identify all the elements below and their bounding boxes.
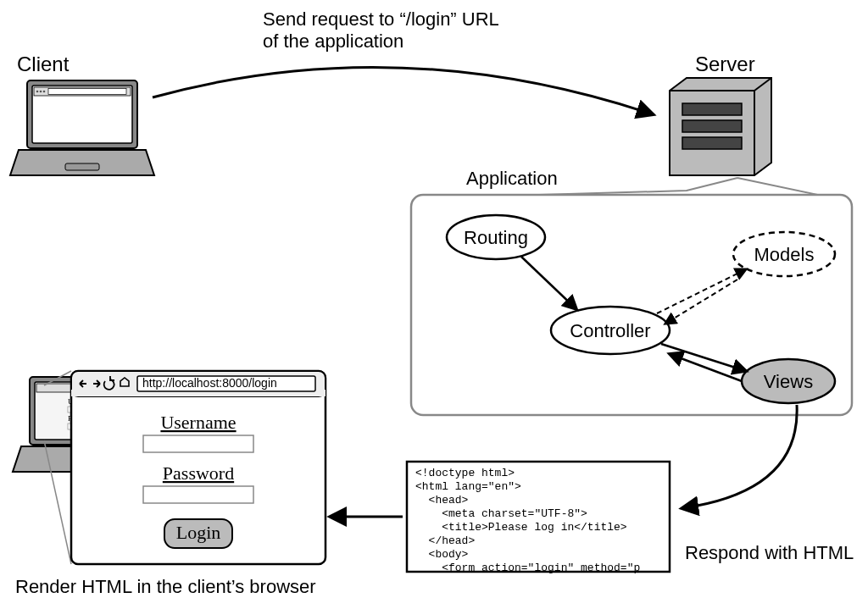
html-code-box: <!doctype html> <html lang="en"> <head> … (407, 462, 670, 574)
routing-text: Routing (464, 227, 528, 248)
controller-text: Controller (570, 320, 650, 341)
svg-rect-10 (682, 137, 742, 149)
application-label: Application (466, 168, 558, 190)
request-arrow (153, 67, 653, 114)
client-label: Client (17, 53, 69, 76)
send-request-line2: of the application (263, 30, 403, 53)
code-line-1: <!doctype html> (415, 467, 515, 479)
server-label: Server (695, 53, 755, 76)
client-laptop-icon (10, 80, 154, 175)
models-text: Models (754, 244, 815, 265)
username-label: Username (160, 412, 236, 433)
password-label: Password (163, 462, 234, 484)
code-line-3: <head> (415, 494, 469, 507)
login-browser-window: http://localhost:8000/login Username Pas… (71, 371, 326, 564)
url-text: http://localhost:8000/login (142, 376, 277, 390)
svg-point-5 (43, 91, 46, 93)
code-line-8: <form action="login" method="p (415, 562, 640, 574)
diagram-canvas: Routing Controller Models Views <!doctyp… (0, 0, 868, 609)
svg-rect-8 (682, 103, 742, 115)
login-button-text: Login (176, 522, 221, 543)
password-input[interactable] (143, 486, 253, 503)
code-line-5: <title>Please log in</title> (415, 521, 627, 534)
svg-point-4 (40, 91, 42, 93)
code-line-6: </head> (415, 534, 475, 547)
respond-html-label: Respond with HTML (685, 542, 854, 564)
views-text: Views (764, 371, 813, 392)
code-line-2: <html lang="en"> (415, 480, 521, 493)
render-html-label: Render HTML in the client’s browser (15, 576, 316, 598)
svg-rect-6 (48, 89, 126, 95)
username-input[interactable] (143, 435, 253, 452)
svg-point-3 (36, 91, 39, 93)
server-icon (670, 78, 771, 175)
code-line-7: <body> (415, 548, 469, 561)
svg-rect-7 (65, 163, 99, 170)
views-to-html-arrow (682, 405, 797, 508)
code-line-4: <meta charset="UTF-8"> (415, 507, 587, 520)
svg-rect-9 (682, 120, 742, 132)
send-request-line1: Send request to “/login” URL (263, 8, 499, 30)
